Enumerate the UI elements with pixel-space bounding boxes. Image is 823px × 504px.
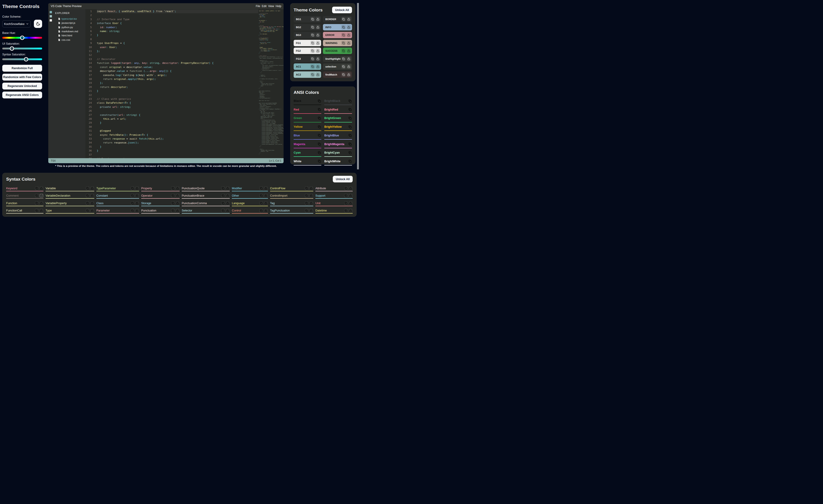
unlock-icon[interactable] (226, 201, 230, 205)
copy-icon[interactable] (341, 72, 346, 77)
file-item-css.css[interactable]: css.css (48, 37, 86, 42)
menu-item-view[interactable]: View (268, 5, 274, 8)
copy-icon[interactable] (344, 194, 348, 198)
unlock-icon[interactable] (346, 25, 351, 29)
randomize-with-few-colors-button[interactable]: Randomize with Few Colors (2, 74, 42, 80)
file-item-markdown.md[interactable]: markdown.md (48, 29, 86, 33)
unlock-icon[interactable] (316, 72, 320, 77)
unlock-icon[interactable] (226, 208, 230, 213)
copy-icon[interactable] (259, 194, 264, 198)
copy-icon[interactable] (310, 17, 315, 21)
code-editor[interactable]: 1import React, { useState, useEffect } f… (86, 9, 258, 158)
copy-icon[interactable] (259, 201, 264, 205)
theme-color-chip-FG2[interactable]: FG2 (294, 48, 321, 54)
copy-icon[interactable] (317, 134, 321, 138)
unlock-icon[interactable] (39, 208, 43, 213)
copy-icon[interactable] (221, 201, 225, 205)
unlock-icon[interactable] (316, 33, 320, 37)
ui-saturation-slider-thumb[interactable] (10, 46, 14, 51)
unlock-icon[interactable] (316, 25, 320, 29)
copy-icon[interactable] (305, 194, 309, 198)
unlock-icon[interactable] (264, 201, 268, 205)
unlock-icon[interactable] (316, 17, 320, 21)
copy-icon[interactable] (86, 186, 90, 190)
unlock-icon[interactable] (176, 201, 180, 205)
unlock-icon[interactable] (309, 194, 313, 198)
menu-item-file[interactable]: File (256, 5, 260, 8)
color-scheme-select[interactable]: KochSnowflake (2, 20, 31, 27)
theme-color-chip-WARNING[interactable]: WARNING (323, 40, 352, 46)
copy-icon[interactable] (341, 25, 346, 29)
copy-icon[interactable] (86, 208, 90, 213)
copy-icon[interactable] (221, 208, 225, 213)
copy-icon[interactable] (344, 208, 348, 213)
copy-icon[interactable] (317, 116, 321, 120)
theme-color-chip-BG3[interactable]: BG3 (294, 32, 321, 38)
theme-color-chip-AC2[interactable]: AC2 (294, 71, 321, 78)
copy-icon[interactable] (310, 72, 315, 77)
file-item-html.html[interactable]: html.html (48, 33, 86, 37)
copy-icon[interactable] (348, 99, 352, 103)
theme-color-chip-INFO[interactable]: INFO (323, 24, 352, 30)
unlock-icon[interactable] (349, 194, 353, 198)
copy-icon[interactable] (259, 208, 264, 213)
copy-icon[interactable] (317, 142, 321, 146)
theme-color-chip-ERROR[interactable]: ERROR (323, 32, 352, 38)
menu-item-edit[interactable]: Edit (262, 5, 267, 8)
base-hue-slider-thumb[interactable] (20, 36, 24, 40)
unlock-icon[interactable] (264, 186, 268, 190)
unlock-icon[interactable] (346, 56, 351, 61)
unlock-icon[interactable] (309, 208, 313, 213)
unlock-icon[interactable] (316, 48, 320, 53)
theme-color-chip-BG1[interactable]: BG1 (294, 16, 321, 22)
copy-icon[interactable] (131, 194, 135, 198)
theme-color-chip-SUCCESS[interactable]: SUCCESS (323, 48, 352, 54)
unlock-icon[interactable] (316, 56, 320, 61)
unlock-icon[interactable] (309, 186, 313, 190)
copy-icon[interactable] (131, 201, 135, 205)
randomize-full-button[interactable]: Randomize Full (2, 65, 42, 71)
copy-icon[interactable] (348, 151, 352, 155)
ui-saturation-slider[interactable] (2, 48, 42, 49)
copy-icon[interactable] (310, 48, 315, 53)
file-item-typescript.tsx[interactable]: typescript.tsx (48, 17, 86, 21)
unlock-icon[interactable] (226, 186, 230, 190)
copy-icon[interactable] (305, 186, 309, 190)
base-hue-slider[interactable] (2, 37, 42, 39)
copy-icon[interactable] (341, 33, 346, 37)
copy-icon[interactable] (310, 25, 315, 29)
theme-color-chip-selection[interactable]: selection (323, 63, 352, 70)
theme-color-chip-findMatch[interactable]: findMatch (323, 71, 352, 78)
copy-icon[interactable] (310, 41, 315, 45)
copy-icon[interactable] (348, 108, 352, 112)
copy-icon[interactable] (86, 201, 90, 205)
syntax-saturation-slider-thumb[interactable] (24, 57, 28, 61)
regenerate-unlocked-button[interactable]: Regenerate Unlocked (2, 82, 42, 90)
unlock-icon[interactable] (135, 194, 139, 198)
theme-color-chip-lineHighlight[interactable]: lineHighlight (323, 56, 352, 62)
copy-icon[interactable] (171, 186, 175, 190)
copy-icon[interactable] (348, 134, 352, 138)
unlock-icon[interactable] (226, 194, 230, 198)
theme-color-chip-FG3[interactable]: FG3 (294, 56, 321, 62)
copy-icon[interactable] (317, 159, 321, 163)
scrollbar-thumb[interactable] (357, 3, 359, 169)
unlock-icon[interactable] (90, 186, 94, 190)
copy-icon[interactable] (131, 208, 135, 213)
unlock-icon[interactable] (349, 201, 353, 205)
unlock-icon[interactable] (135, 186, 139, 190)
copy-icon[interactable] (131, 186, 135, 190)
unlock-icon[interactable] (309, 201, 313, 205)
copy-icon[interactable] (310, 64, 315, 69)
file-item-javascript.js[interactable]: javascript.js (48, 21, 86, 25)
copy-icon[interactable] (86, 194, 90, 198)
copy-icon[interactable] (310, 33, 315, 37)
copy-icon[interactable] (341, 56, 346, 61)
copy-icon[interactable] (171, 194, 175, 198)
copy-icon[interactable] (317, 108, 321, 112)
unlock-icon[interactable] (316, 41, 320, 45)
unlock-icon[interactable] (176, 194, 180, 198)
copy-icon[interactable] (344, 186, 348, 190)
file-item-python.py[interactable]: python.py (48, 25, 86, 29)
copy-icon[interactable] (348, 159, 352, 163)
